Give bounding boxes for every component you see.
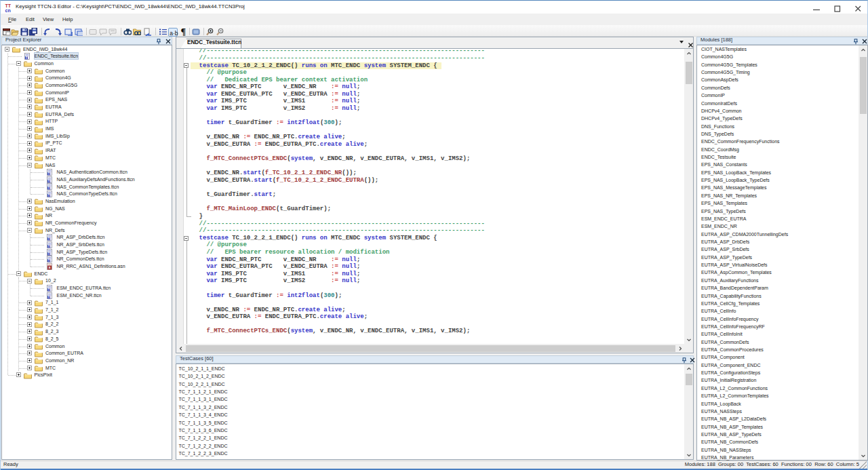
svg-text:T: T [47, 237, 50, 241]
svg-text:T: T [47, 194, 50, 197]
svg-text:T: T [25, 56, 27, 60]
svg-text:T: T [47, 245, 50, 248]
svg-text:T: T [47, 259, 50, 262]
svg-text:T: T [47, 187, 50, 190]
svg-text:a·b: a·b [170, 29, 178, 36]
svg-text:T: T [47, 180, 50, 183]
svg-text:T: T [47, 252, 50, 255]
svg-text:T: T [47, 172, 50, 176]
svg-text:T: T [47, 288, 50, 292]
svg-text:a: a [49, 266, 51, 269]
svg-text:cn: cn [5, 8, 11, 13]
svg-text:T: T [47, 295, 50, 298]
svg-text:¶: ¶ [181, 28, 186, 36]
